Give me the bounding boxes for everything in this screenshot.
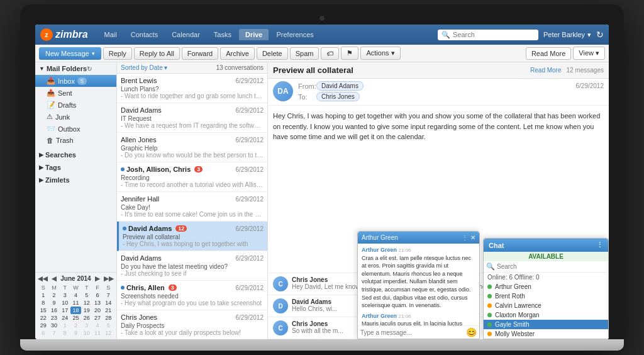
flag-button[interactable]: ⚑ bbox=[341, 47, 358, 60]
cal-day-1-4[interactable]: 12 bbox=[81, 299, 92, 307]
sidebar-refresh-icon[interactable]: ↻ bbox=[87, 65, 92, 72]
forward-button[interactable]: Forward bbox=[182, 47, 218, 60]
spam-button[interactable]: Spam bbox=[290, 47, 319, 60]
cal-day-4-4[interactable]: 3 bbox=[81, 322, 92, 329]
delete-button[interactable]: Delete bbox=[257, 47, 288, 60]
cal-day-0-2[interactable]: 3 bbox=[60, 291, 70, 299]
cal-day-0-0[interactable]: 1 bbox=[38, 291, 48, 299]
tags-section[interactable]: ▶ Tags bbox=[35, 161, 116, 174]
message-item-4[interactable]: Jennifer Hall6/29/2012Cake Day!- It's ti… bbox=[117, 192, 267, 222]
cal-day-5-6[interactable]: 12 bbox=[103, 329, 114, 337]
cal-day-3-3[interactable]: 25 bbox=[70, 314, 81, 322]
tab-tasks[interactable]: Tasks bbox=[208, 29, 238, 40]
cal-day-1-5[interactable]: 13 bbox=[92, 299, 103, 307]
cal-next-month-button[interactable]: ▶ bbox=[95, 275, 100, 282]
cal-day-2-6[interactable]: 21 bbox=[103, 307, 114, 314]
sidebar-item-drafts[interactable]: 📝 Drafts bbox=[35, 99, 116, 111]
cal-day-3-0[interactable]: 22 bbox=[38, 314, 48, 322]
sidebar-item-outbox[interactable]: 📨 Outbox bbox=[35, 123, 116, 135]
searches-section[interactable]: ▶ Searches bbox=[35, 149, 116, 161]
actions-button[interactable]: Actions ▾ bbox=[360, 47, 400, 60]
tab-preferences[interactable]: Preferences bbox=[270, 29, 319, 40]
cal-day-2-1[interactable]: 16 bbox=[48, 307, 59, 314]
view-button[interactable]: View ▾ bbox=[573, 47, 605, 60]
im-more-icon[interactable]: ⋮ bbox=[462, 234, 468, 241]
sidebar-item-junk[interactable]: ⚠ Junk bbox=[35, 111, 116, 123]
new-message-button[interactable]: New Message ▾ bbox=[39, 47, 101, 60]
chat-user-1[interactable]: Brent Roth bbox=[484, 291, 608, 301]
cal-day-5-2[interactable]: 8 bbox=[60, 329, 70, 337]
chat-user-2[interactable]: Calvin Lawrence bbox=[484, 301, 608, 310]
user-dropdown-icon[interactable]: ▾ bbox=[587, 31, 591, 39]
cal-day-2-5[interactable]: 20 bbox=[92, 307, 103, 314]
reply-all-button[interactable]: Reply to All bbox=[134, 47, 180, 60]
sort-button[interactable]: Sorted by Date ▾ bbox=[121, 64, 167, 71]
mail-folders-section[interactable]: ▼ Mail Folders ↻ bbox=[35, 62, 116, 75]
cal-day-3-6[interactable]: 28 bbox=[103, 314, 114, 322]
cal-day-4-0[interactable]: 29 bbox=[38, 322, 48, 329]
cal-day-5-3[interactable]: 9 bbox=[70, 329, 81, 337]
tab-calendar[interactable]: Calendar bbox=[165, 29, 206, 40]
cal-day-4-2[interactable]: 1 bbox=[60, 322, 70, 329]
cal-day-5-0[interactable]: 6 bbox=[38, 329, 48, 337]
im-input[interactable] bbox=[360, 329, 464, 336]
cal-day-3-1[interactable]: 23 bbox=[48, 314, 59, 322]
search-input[interactable] bbox=[453, 31, 535, 38]
global-search-box[interactable]: 🔍 bbox=[438, 30, 538, 40]
zimlets-section[interactable]: ▶ Zimlets bbox=[35, 174, 116, 186]
tab-drive[interactable]: Drive bbox=[239, 29, 269, 40]
chat-search-input[interactable] bbox=[497, 263, 606, 270]
cal-day-1-3[interactable]: 11 bbox=[70, 299, 81, 307]
message-item-3[interactable]: Josh, Allison, Chris36/29/2012Recording-… bbox=[117, 162, 267, 192]
cal-day-4-6[interactable]: 5 bbox=[103, 322, 114, 329]
cal-day-1-0[interactable]: 8 bbox=[38, 299, 48, 307]
message-item-7[interactable]: Chris, Allen36/29/2012Screenshots needed… bbox=[117, 281, 267, 310]
archive-button[interactable]: Archive bbox=[220, 47, 255, 60]
message-item-0[interactable]: Brent Lewis6/29/2012Lunch Plans?- Want t… bbox=[117, 74, 267, 103]
cal-day-4-1[interactable]: 30 bbox=[48, 322, 59, 329]
chat-user-5[interactable]: Molly Webster bbox=[484, 329, 608, 339]
message-item-2[interactable]: Allen Jones6/29/2012Graphic Help- Do you… bbox=[117, 133, 267, 162]
cal-day-0-3[interactable]: 4 bbox=[70, 291, 81, 299]
cal-day-2-3[interactable]: 18 bbox=[70, 307, 81, 314]
tab-mail[interactable]: Mail bbox=[98, 29, 123, 40]
im-emoji-button[interactable]: 😊 bbox=[466, 327, 477, 337]
cal-day-5-5[interactable]: 11 bbox=[92, 329, 103, 337]
cal-day-4-5[interactable]: 4 bbox=[92, 322, 103, 329]
chat-user-3[interactable]: Claxton Morgan bbox=[484, 310, 608, 320]
chat-status[interactable]: AVAILABLE bbox=[484, 252, 608, 261]
read-more-button[interactable]: Read More bbox=[526, 47, 571, 60]
refresh-button[interactable]: ↻ bbox=[596, 30, 604, 40]
chat-user-0[interactable]: Arthur Green bbox=[484, 282, 608, 291]
chat-user-4[interactable]: Gayle Smith bbox=[484, 320, 608, 329]
message-item-8[interactable]: Chris Jones6/29/2012Daily Prospects- Tak… bbox=[117, 310, 267, 339]
cal-day-5-1[interactable]: 7 bbox=[48, 329, 59, 337]
cal-next-button[interactable]: ▶▶ bbox=[104, 275, 114, 282]
cal-day-2-2[interactable]: 17 bbox=[60, 307, 70, 314]
cal-day-4-3[interactable]: 2 bbox=[70, 322, 81, 329]
sidebar-item-sent[interactable]: 📤 Sent bbox=[35, 87, 116, 99]
cal-day-3-4[interactable]: 26 bbox=[81, 314, 92, 322]
sidebar-item-inbox[interactable]: 📥 Inbox 5 bbox=[35, 75, 116, 87]
cal-day-0-6[interactable]: 7 bbox=[103, 291, 114, 299]
cal-day-0-1[interactable]: 2 bbox=[48, 291, 59, 299]
sidebar-item-trash[interactable]: 🗑 Trash bbox=[35, 135, 116, 146]
cal-day-2-0[interactable]: 15 bbox=[38, 307, 48, 314]
chat-more-icon[interactable]: ⋮ bbox=[596, 241, 603, 249]
cal-day-3-2[interactable]: 24 bbox=[60, 314, 70, 322]
read-more-preview-button[interactable]: Read More bbox=[530, 67, 561, 74]
cal-day-3-5[interactable]: 27 bbox=[92, 314, 103, 322]
cal-day-1-1[interactable]: 9 bbox=[48, 299, 59, 307]
message-item-1[interactable]: David Adams6/29/2012IT Request- We have … bbox=[117, 103, 267, 133]
from-chip[interactable]: David Adams bbox=[316, 81, 364, 91]
message-item-5[interactable]: David Adams126/29/2012Preview all collat… bbox=[117, 222, 267, 251]
cal-day-0-4[interactable]: 5 bbox=[81, 291, 92, 299]
to-chip[interactable]: Chris Jones bbox=[316, 92, 360, 101]
tag-button[interactable]: 🏷 bbox=[321, 47, 339, 60]
cal-day-1-2[interactable]: 10 bbox=[60, 299, 70, 307]
cal-day-2-4[interactable]: 19 bbox=[81, 307, 92, 314]
cal-day-1-6[interactable]: 14 bbox=[103, 299, 114, 307]
cal-day-5-4[interactable]: 10 bbox=[81, 329, 92, 337]
cal-prev-button[interactable]: ◀◀ bbox=[38, 275, 48, 282]
reply-button[interactable]: Reply bbox=[103, 47, 132, 60]
